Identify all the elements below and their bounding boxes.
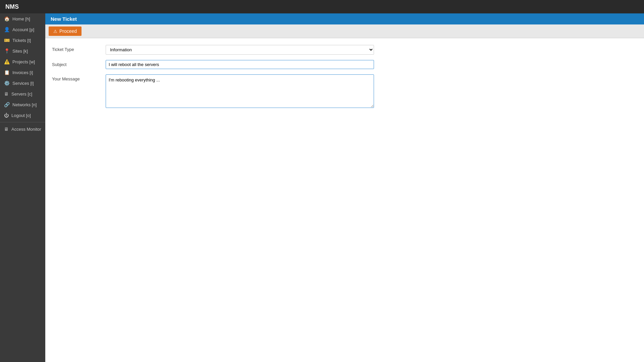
sidebar-item-access-monitor[interactable]: 🖥 Access Monitor [0, 124, 45, 134]
proceed-label: Proceed [59, 28, 77, 34]
sidebar-item-invoices[interactable]: 📋 Invoices [i] [0, 67, 45, 78]
sidebar-item-networks[interactable]: 🔗 Networks [n] [0, 99, 45, 110]
sidebar-label-servers: Servers [c] [11, 92, 32, 97]
sidebar-divider [0, 122, 45, 122]
content-area: New Ticket ⚠ Proceed Ticket Type Informa… [45, 13, 644, 362]
sidebar-item-sites[interactable]: 📍 Sites [k] [0, 46, 45, 56]
ticket-type-control: InformationSupportBug ReportFeature Requ… [106, 45, 374, 55]
ticket-type-label: Ticket Type [52, 45, 106, 52]
sidebar-label-home: Home [h] [12, 16, 30, 21]
sidebar-label-projects: Projects [w] [12, 59, 35, 64]
message-row: Your Message [52, 74, 637, 109]
message-label: Your Message [52, 74, 106, 81]
networks-icon: 🔗 [4, 102, 10, 107]
servers-icon: 🖥 [4, 91, 9, 97]
sidebar-item-home[interactable]: 🏠 Home [h] [0, 13, 45, 24]
ticket-type-row: Ticket Type InformationSupportBug Report… [52, 45, 637, 55]
sidebar-label-tickets: Tickets [t] [12, 38, 31, 43]
sidebar-nav: 🏠 Home [h]👤 Account [p]🎫 Tickets [t]📍 Si… [0, 13, 45, 121]
sidebar-item-projects[interactable]: ⚠️ Projects [w] [0, 56, 45, 67]
sidebar: 🏠 Home [h]👤 Account [p]🎫 Tickets [t]📍 Si… [0, 13, 45, 362]
page-header: New Ticket [45, 13, 644, 24]
sidebar-label-access-monitor: Access Monitor [11, 127, 41, 132]
subject-label: Subject [52, 60, 106, 67]
sidebar-item-tickets[interactable]: 🎫 Tickets [t] [0, 35, 45, 46]
sidebar-item-account[interactable]: 👤 Account [p] [0, 24, 45, 35]
logout-icon: ⏻ [4, 113, 9, 118]
sites-icon: 📍 [4, 48, 10, 54]
home-icon: 🏠 [4, 16, 10, 21]
sidebar-label-networks: Networks [n] [12, 102, 37, 107]
sidebar-label-services: Services [l] [12, 81, 34, 86]
page-title: New Ticket [51, 16, 77, 22]
topbar: NMS [0, 0, 644, 13]
projects-icon: ⚠️ [4, 59, 10, 64]
sidebar-item-servers[interactable]: 🖥 Servers [c] [0, 88, 45, 99]
tickets-icon: 🎫 [4, 38, 10, 43]
message-textarea[interactable] [106, 74, 374, 108]
sidebar-label-invoices: Invoices [i] [12, 70, 33, 75]
subject-control [106, 60, 374, 69]
access-monitor-icon: 🖥 [4, 126, 9, 132]
sidebar-label-sites: Sites [k] [12, 49, 28, 54]
sidebar-item-services[interactable]: ⚙️ Services [l] [0, 78, 45, 88]
app-title: NMS [5, 3, 19, 10]
action-bar: ⚠ Proceed [45, 24, 644, 38]
sidebar-label-logout: Logout [o] [11, 113, 31, 118]
subject-row: Subject [52, 60, 637, 69]
sidebar-label-account: Account [p] [12, 27, 34, 32]
proceed-button[interactable]: ⚠ Proceed [49, 26, 82, 36]
main-layout: 🏠 Home [h]👤 Account [p]🎫 Tickets [t]📍 Si… [0, 13, 644, 362]
ticket-type-select[interactable]: InformationSupportBug ReportFeature Requ… [106, 45, 374, 55]
subject-input[interactable] [106, 60, 374, 69]
account-icon: 👤 [4, 27, 10, 32]
invoices-icon: 📋 [4, 70, 10, 75]
form-area: Ticket Type InformationSupportBug Report… [45, 38, 644, 362]
message-control [106, 74, 374, 109]
sidebar-item-logout[interactable]: ⏻ Logout [o] [0, 110, 45, 121]
services-icon: ⚙️ [4, 80, 10, 86]
sidebar-bottom: 🖥 Access Monitor [0, 124, 45, 134]
warning-icon: ⚠ [53, 29, 57, 34]
